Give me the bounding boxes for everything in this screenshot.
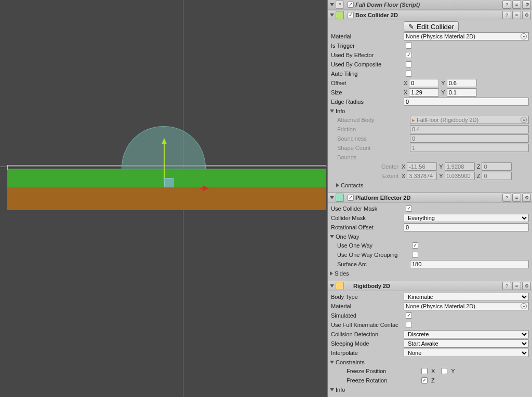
freezerot-z-checkbox[interactable] (421, 377, 428, 384)
size-x-input[interactable] (409, 88, 439, 97)
gear-icon[interactable]: ⚙ (522, 194, 531, 202)
component-enable-toggle[interactable] (348, 12, 354, 18)
edgeradius-input[interactable] (404, 98, 529, 106)
label-edgeradius: Edge Radius (331, 99, 404, 105)
gear-icon[interactable]: ⚙ (522, 1, 531, 9)
foldout-icon (330, 361, 334, 364)
scene-view[interactable] (0, 0, 327, 397)
label-shapecount: Shape Count (337, 145, 410, 151)
preset-icon[interactable]: ≡ (512, 1, 521, 9)
label-collidermask: Collider Mask (331, 215, 404, 221)
size-y-input[interactable] (447, 88, 477, 97)
usedbycomposite-checkbox[interactable] (406, 61, 412, 67)
usefullkinematic-checkbox[interactable] (406, 322, 412, 328)
label-collisiondetection: Collision Detection (331, 331, 404, 337)
component-title: Rigidbody 2D (353, 283, 390, 289)
object-picker-icon[interactable] (521, 303, 527, 309)
foldout-icon (330, 388, 334, 391)
help-icon[interactable]: ? (502, 1, 511, 9)
surfacearc-input[interactable] (410, 260, 529, 268)
foldout-icon[interactable] (330, 3, 334, 6)
collisiondetection-select[interactable]: Discrete (404, 330, 529, 338)
label-freezerotation: Freeze Rotation (337, 377, 419, 384)
edit-collider-label: Edit Collider (417, 23, 454, 31)
gizmo-y-axis[interactable] (164, 144, 165, 183)
simulated-checkbox[interactable] (406, 312, 412, 319)
foldout-constraints[interactable]: Constraints (331, 358, 529, 366)
material-field[interactable]: None (Physics Material 2D) (404, 32, 529, 40)
component-header-rigidbody[interactable]: Rigidbody 2D ? ≡ ⚙ (328, 281, 532, 291)
foldout-icon (330, 109, 334, 113)
object-picker-icon[interactable] (521, 33, 527, 39)
useoneway-checkbox[interactable] (412, 242, 418, 249)
extent-z-input (482, 172, 512, 180)
foldout-icon[interactable] (330, 196, 334, 199)
label-bounciness: Bounciness (337, 135, 410, 142)
freezepos-y-checkbox[interactable] (441, 368, 447, 374)
edit-collider-icon: ✎ (408, 23, 414, 31)
axis-y-label: Y (439, 163, 443, 170)
label-autotiling: Auto Tiling (331, 71, 404, 77)
component-enable-toggle[interactable] (348, 2, 354, 8)
preset-icon[interactable]: ≡ (512, 11, 521, 19)
rb-material-field[interactable]: None (Physics Material 2D) (404, 302, 529, 310)
component-header-boxcollider[interactable]: Box Collider 2D ? ≡ ⚙ (328, 10, 532, 20)
label-useonewaygrouping: Use One Way Grouping (337, 252, 410, 258)
gear-icon[interactable]: ⚙ (522, 282, 531, 290)
label-sleepingmode: Sleeping Mode (331, 340, 404, 347)
help-icon[interactable]: ? (502, 282, 511, 290)
foldout-sides[interactable]: Sides (331, 269, 529, 278)
help-icon[interactable]: ? (502, 11, 511, 19)
istrigger-checkbox[interactable] (406, 43, 412, 49)
usecollidermask-checkbox[interactable] (406, 206, 412, 212)
axis-y-label: Y (439, 173, 443, 179)
preset-icon[interactable]: ≡ (512, 282, 521, 290)
foldout-icon (336, 183, 339, 187)
extent-y-input (445, 172, 475, 180)
autotiling-checkbox[interactable] (406, 71, 412, 77)
usedbyeffector-checkbox[interactable] (406, 52, 412, 58)
component-header-platformeffector[interactable]: Platform Effector 2D ? ≡ ⚙ (328, 193, 532, 203)
attachedbody-value: FallFloor (Rigidbody 2D) (417, 117, 478, 123)
label-rotationaloffset: Rotational Offset (331, 224, 404, 230)
component-title: Fall Down Floor (Script) (355, 2, 420, 8)
edit-collider-button[interactable]: ✎Edit Collider (404, 21, 459, 32)
extent-x-input (407, 172, 437, 180)
interpolate-select[interactable]: None (404, 349, 529, 357)
gizmo-center-handle[interactable] (164, 178, 174, 187)
label-rb-material: Material (331, 303, 404, 309)
foldout-info[interactable]: Info (331, 106, 529, 115)
contacts-label: Contacts (341, 182, 363, 188)
preset-icon[interactable]: ≡ (512, 194, 521, 202)
label-size: Size (331, 89, 404, 95)
bodytype-select[interactable]: Kinematic (404, 293, 529, 301)
label-center: Center (367, 163, 402, 170)
component-title: Box Collider 2D (355, 12, 398, 18)
component-enable-toggle[interactable] (348, 195, 354, 201)
label-bounds: Bounds (337, 154, 410, 160)
collidermask-select[interactable]: Everything (404, 214, 529, 222)
oneway-title: One Way (336, 234, 359, 240)
offset-x-input[interactable] (409, 79, 439, 87)
gizmo-x-arrow-icon[interactable] (203, 185, 209, 191)
rotationaloffset-input[interactable] (404, 223, 529, 231)
foldout-icon[interactable] (330, 13, 334, 17)
useonewaygrouping-checkbox[interactable] (412, 252, 418, 258)
foldout-oneway[interactable]: One Way (331, 232, 529, 241)
sleepingmode-select[interactable]: Start Awake (404, 339, 529, 348)
constraints-title: Constraints (336, 359, 365, 365)
foldout-contacts[interactable]: Contacts (331, 181, 529, 189)
offset-y-input[interactable] (447, 79, 477, 87)
gear-icon[interactable]: ⚙ (522, 11, 531, 19)
label-interpolate: Interpolate (331, 350, 404, 356)
center-x-input (407, 162, 437, 171)
gizmo-y-arrow-icon[interactable] (162, 138, 167, 144)
rb-material-value: None (Physics Material 2D) (406, 303, 475, 309)
help-icon[interactable]: ? (502, 194, 511, 202)
freezepos-x-checkbox[interactable] (421, 368, 428, 374)
label-extent: Extent (367, 173, 402, 179)
label-usedbyeffector: Used By Effector (331, 52, 404, 58)
foldout-icon[interactable] (330, 284, 334, 288)
component-header-script[interactable]: # Fall Down Floor (Script) ? ≡ ⚙ (328, 0, 532, 10)
foldout-rb-info[interactable]: Info (331, 385, 529, 394)
